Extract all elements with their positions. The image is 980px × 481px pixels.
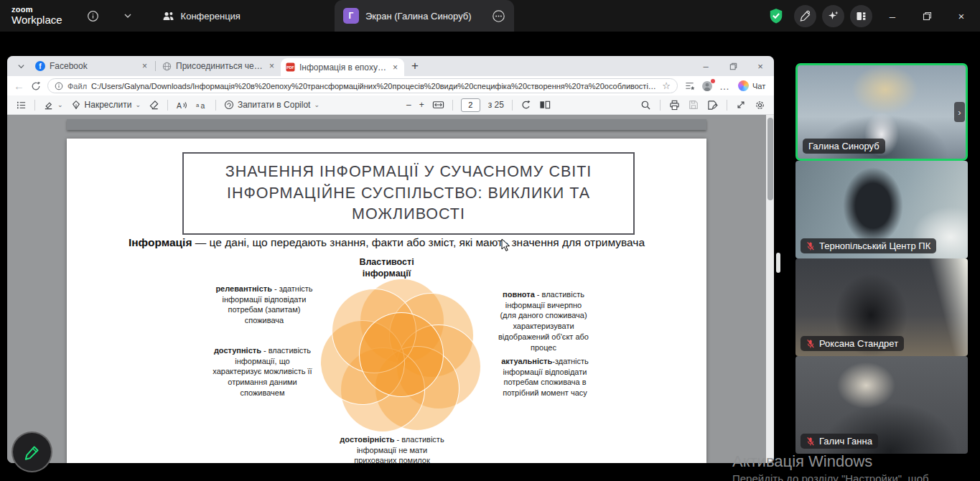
pdf-toolbar: ⌄ Накреслити ⌄ A аа Запитати в Copilot ⌄… bbox=[7, 95, 774, 115]
browser-tab-pdf-active[interactable]: PDF Інформація в епоху трансформа × bbox=[281, 58, 404, 76]
participants-icon bbox=[162, 11, 174, 22]
participant-gallery: Галина Синоруб › Тернопільський Центр ПК… bbox=[795, 63, 968, 454]
url-scheme-label: Файл bbox=[67, 82, 87, 90]
settings-gear-icon[interactable] bbox=[755, 100, 765, 111]
draw-tool-label: Накреслити bbox=[85, 100, 132, 110]
participant-name: Галина Синоруб bbox=[808, 141, 879, 151]
tab-meeting-label: Конференция bbox=[181, 11, 241, 22]
venn-flower-diagram bbox=[330, 280, 474, 432]
draw-tool[interactable]: Накреслити ⌄ bbox=[71, 100, 141, 110]
url-field[interactable]: Файл C:/Users/Galyna/Downloads/Інформаці… bbox=[47, 78, 678, 93]
print-icon[interactable] bbox=[669, 100, 680, 111]
video-tile-3[interactable]: Роксана Стандрет bbox=[795, 258, 968, 356]
page-number-input[interactable] bbox=[461, 98, 480, 112]
mic-muted-icon bbox=[806, 436, 815, 447]
url-text: C:/Users/Galyna/Downloads/Інформація%20в… bbox=[91, 82, 658, 90]
translate-icon[interactable]: аа bbox=[195, 100, 207, 110]
property-term: релевантність bbox=[215, 284, 272, 293]
globe-icon bbox=[162, 62, 172, 71]
facebook-icon: f bbox=[35, 61, 45, 71]
security-shield-icon[interactable] bbox=[768, 8, 784, 24]
ask-copilot-button[interactable]: Запитати в Copilot ⌄ bbox=[224, 100, 319, 110]
toc-icon[interactable] bbox=[16, 100, 27, 111]
mic-muted-icon bbox=[806, 241, 815, 251]
pdf-document-area: ЗНАЧЕННЯ ІНФОРМАЦІЇ У СУЧАСНОМУ СВІТІ ІН… bbox=[7, 115, 774, 463]
definition-line: Інформація — це дані, що передають знанн… bbox=[67, 236, 706, 249]
participant-name: Роксана Стандрет bbox=[819, 338, 898, 349]
minimize-button[interactable]: – bbox=[878, 0, 907, 32]
page-total-label: з 25 bbox=[488, 100, 504, 110]
mouse-cursor bbox=[501, 238, 510, 252]
info-icon[interactable] bbox=[87, 10, 99, 22]
tab-divider bbox=[155, 61, 156, 71]
tab-screen-share[interactable]: Г Экран (Галина Синоруб) bbox=[335, 0, 514, 32]
diagram-title-line1: Властивості bbox=[67, 256, 706, 268]
participant-nameplate: Роксана Стандрет bbox=[801, 336, 904, 351]
participant-nameplate: Тернопільський Центр ПК bbox=[801, 238, 936, 253]
zoom-out-button[interactable]: – bbox=[406, 100, 411, 110]
share-scrollbar-thumb[interactable] bbox=[776, 253, 780, 273]
property-term: актуальність bbox=[501, 357, 552, 365]
page-info-icon[interactable] bbox=[55, 82, 63, 90]
definition-term: Інформація bbox=[129, 236, 192, 248]
mic-muted-icon bbox=[806, 339, 815, 349]
save-icon bbox=[689, 100, 699, 110]
property-timeliness: актуальність-здатність інформації відпов… bbox=[498, 356, 592, 398]
new-tab-button[interactable]: + bbox=[411, 59, 419, 73]
shared-browser-window: f Facebook × Присоединиться через прилож… bbox=[7, 56, 774, 463]
pdf-scrollbar-thumb[interactable] bbox=[767, 118, 773, 200]
copilot-icon bbox=[738, 80, 749, 91]
copilot-chat-button[interactable]: Чат bbox=[738, 80, 765, 91]
browser-restore-button[interactable] bbox=[719, 56, 747, 76]
browser-close-button[interactable]: × bbox=[747, 56, 774, 76]
search-icon[interactable] bbox=[640, 100, 651, 111]
previous-page-edge bbox=[67, 119, 706, 130]
read-aloud-icon[interactable]: A bbox=[176, 100, 187, 111]
browser-tabstrip: f Facebook × Присоединиться через прилож… bbox=[7, 56, 774, 76]
zoom-in-button[interactable]: + bbox=[419, 100, 424, 110]
pdf-scrollbar[interactable] bbox=[766, 115, 774, 463]
rotate-icon[interactable] bbox=[521, 100, 531, 111]
refresh-icon[interactable] bbox=[31, 81, 41, 91]
restore-button[interactable] bbox=[913, 0, 941, 32]
tab-meeting[interactable]: Конференция bbox=[162, 11, 241, 22]
expand-icon[interactable] bbox=[736, 100, 746, 110]
svg-text:A: A bbox=[177, 101, 182, 109]
browser-addressbar: ← Файл C:/Users/Galyna/Downloads/Інформа… bbox=[7, 76, 774, 95]
browser-minimize-button[interactable]: – bbox=[692, 56, 719, 76]
video-tile-2[interactable]: Тернопільський Центр ПК bbox=[795, 161, 968, 258]
chevron-down-icon[interactable] bbox=[123, 11, 132, 20]
profile-avatar-icon[interactable] bbox=[701, 80, 713, 92]
back-icon[interactable]: ← bbox=[14, 80, 24, 92]
save-as-icon[interactable] bbox=[707, 100, 718, 111]
chevron-down-icon: ⌄ bbox=[314, 101, 319, 108]
svg-text:а: а bbox=[196, 102, 200, 108]
browser-tab-facebook[interactable]: f Facebook × bbox=[30, 56, 154, 76]
side-panel-icon[interactable] bbox=[850, 5, 872, 27]
page-view-icon[interactable] bbox=[539, 100, 551, 110]
video-tile-1[interactable]: Галина Синоруб › bbox=[795, 63, 968, 161]
tab-close-icon[interactable]: × bbox=[141, 61, 149, 71]
annotation-pencil-button[interactable] bbox=[11, 431, 52, 472]
browser-menu-icon[interactable]: … bbox=[719, 80, 730, 92]
highlighter-tool[interactable]: ⌄ bbox=[43, 100, 63, 111]
diagram-title-line2: інформації bbox=[67, 268, 706, 279]
fit-width-icon[interactable] bbox=[432, 100, 444, 110]
tab-search-chevron-icon[interactable] bbox=[11, 58, 30, 74]
diagram-title: Властивості інформації bbox=[67, 256, 706, 280]
tab-close-icon[interactable]: × bbox=[268, 61, 276, 71]
browser-tab-join-app[interactable]: Присоединиться через приложе × bbox=[157, 56, 281, 76]
favorite-star-icon[interactable]: ☆ bbox=[662, 80, 671, 91]
tab-label: Інформація в епоху трансформа bbox=[299, 62, 387, 73]
more-options-icon[interactable] bbox=[492, 9, 505, 23]
eraser-icon[interactable] bbox=[149, 100, 159, 111]
close-button[interactable]: × bbox=[947, 0, 976, 32]
gallery-chevron-right[interactable]: › bbox=[954, 102, 965, 122]
pdf-file-icon: PDF bbox=[286, 62, 295, 72]
tab-close-icon[interactable]: × bbox=[391, 62, 399, 73]
participant-name: Галич Ганна bbox=[819, 436, 872, 447]
ai-companion-icon[interactable] bbox=[822, 5, 844, 27]
annotate-pencil-icon[interactable] bbox=[794, 5, 816, 27]
video-tile-4[interactable]: Галич Ганна bbox=[795, 356, 968, 454]
favorites-list-icon[interactable] bbox=[684, 80, 695, 91]
